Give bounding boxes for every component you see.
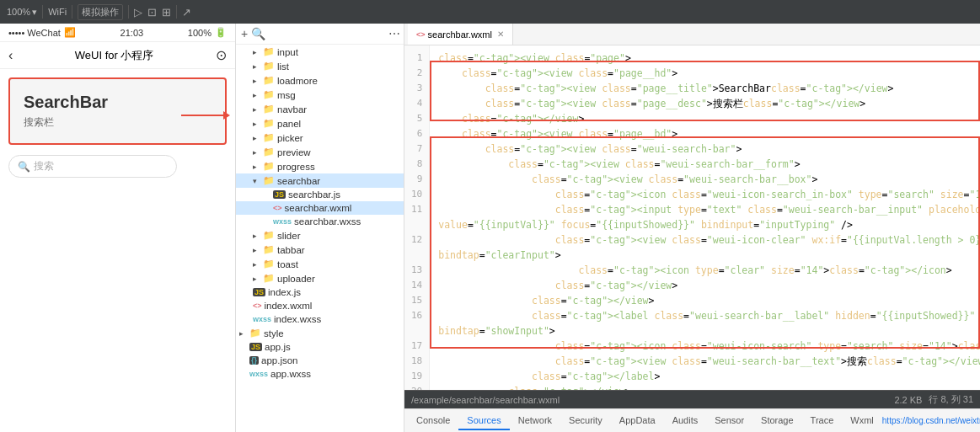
- tree-search-btn[interactable]: 🔍: [251, 27, 265, 40]
- bottom-tab-sensor[interactable]: Sensor: [706, 412, 752, 430]
- folder-icon: 📁: [263, 75, 275, 86]
- phone-time: 21:03: [120, 28, 144, 38]
- line-number: 16: [411, 308, 422, 323]
- tree-arrow-icon: ▸: [253, 91, 261, 99]
- folder-icon: 📁: [263, 161, 275, 172]
- tree-item-label: index.wxss: [274, 314, 321, 324]
- toolbar-icon-1[interactable]: ▷: [134, 6, 142, 19]
- phone-status-bar: ••••• WeChat 📶 21:03 100% 🔋: [0, 24, 235, 42]
- tree-item-label: searchbar.wxss: [294, 216, 361, 227]
- bottom-tab-wxml[interactable]: Wxml: [842, 412, 882, 430]
- tree-filter-btn[interactable]: ⋯: [388, 27, 400, 40]
- more-button[interactable]: ⊙: [216, 47, 227, 63]
- tree-item[interactable]: ▸📁tabbar: [236, 243, 404, 257]
- bottom-tab-appdata[interactable]: AppData: [611, 412, 664, 430]
- tree-item-label: searchbar: [277, 176, 320, 186]
- tree-arrow-icon: ▸: [253, 120, 261, 128]
- tree-item[interactable]: ▸📁preview: [236, 145, 404, 159]
- tree-item[interactable]: wxssapp.wxss: [236, 367, 404, 381]
- folder-icon: 📁: [263, 244, 275, 255]
- tree-item[interactable]: ▸📁style: [236, 326, 404, 340]
- bottom-tab-console[interactable]: Console: [408, 412, 458, 430]
- tree-item[interactable]: {}app.json: [236, 354, 404, 367]
- main-area: ••••• WeChat 📶 21:03 100% 🔋 ‹ WeUI for 小…: [0, 24, 980, 432]
- tree-item-label: loadmore: [277, 76, 318, 86]
- toolbar-separator2: [72, 5, 72, 19]
- folder-icon: 📁: [263, 230, 275, 241]
- tree-item[interactable]: wxsssearchbar.wxss: [236, 215, 404, 228]
- bottom-tab-network[interactable]: Network: [510, 412, 560, 430]
- folder-icon: 📁: [263, 273, 275, 284]
- toolbar-icon-3[interactable]: ⊞: [162, 6, 171, 19]
- line-number: 8: [411, 157, 422, 172]
- tree-item[interactable]: ▸📁toast: [236, 257, 404, 271]
- tree-item[interactable]: ▸📁loadmore: [236, 73, 404, 88]
- line-number: 9: [411, 172, 422, 187]
- line-number: 12: [411, 232, 422, 248]
- tree-item[interactable]: JSapp.js: [236, 340, 404, 354]
- tree-item[interactable]: ▸📁uploader: [236, 271, 404, 285]
- bottom-tab-sources[interactable]: Sources: [458, 412, 509, 430]
- wifi-icon: 📶: [64, 27, 76, 38]
- code-tab-active[interactable]: <> searchbar.wxml ✕: [408, 24, 513, 45]
- code-line: class="c-tag"></label>: [438, 369, 972, 384]
- js-file-icon: JS: [253, 288, 265, 296]
- code-line: class="c-tag"><view class="weui-search-b…: [438, 172, 972, 187]
- bottom-tab-storage[interactable]: Storage: [752, 412, 802, 430]
- tree-item[interactable]: ▸📁navbar: [236, 102, 404, 116]
- code-line: class="c-tag"><view class="weui-search-b…: [438, 141, 972, 157]
- bottom-tab-security[interactable]: Security: [560, 412, 611, 430]
- phone-status-right: 100% 🔋: [188, 27, 227, 38]
- tree-item[interactable]: ▾📁searchbar: [236, 173, 404, 188]
- toolbar-separator4: [176, 5, 177, 19]
- tree-item-label: searchbar.wxml: [285, 203, 352, 213]
- tree-add-btn[interactable]: +: [241, 27, 248, 40]
- tree-arrow-icon: ▸: [253, 246, 261, 254]
- code-editor-area[interactable]: 123456789101112131415161718192021 class=…: [404, 45, 980, 390]
- tree-item[interactable]: ▸📁slider: [236, 228, 404, 243]
- bottom-tab-audits[interactable]: Audits: [664, 412, 707, 430]
- tree-item-label: app.wxss: [270, 369, 311, 379]
- line-number: 5: [411, 111, 422, 126]
- code-line: class="c-tag"><icon type="clear" size="1…: [438, 263, 972, 278]
- code-line: class="c-tag"><view class="weui-search-b…: [438, 157, 972, 172]
- js-file-icon: JS: [249, 343, 262, 351]
- mode-selector[interactable]: 模拟操作: [78, 4, 123, 20]
- wifi-label: WiFi: [48, 7, 67, 17]
- tree-item[interactable]: <>searchbar.wxml: [236, 201, 404, 215]
- code-line: class="c-tag"><view class="weui-icon-cle…: [438, 232, 972, 248]
- code-line: class="c-tag"><view class="page__hd">: [438, 66, 972, 81]
- phone-status-left: ••••• WeChat 📶: [8, 27, 76, 38]
- toolbar-icon-2[interactable]: ⊡: [147, 6, 157, 19]
- tree-item[interactable]: JSindex.js: [236, 285, 404, 299]
- tree-item[interactable]: ▸📁picker: [236, 131, 404, 145]
- line-number: 4: [411, 96, 422, 111]
- tree-item[interactable]: wxssindex.wxss: [236, 312, 404, 326]
- tree-item[interactable]: JSsearchbar.js: [236, 188, 404, 201]
- code-line: class="c-tag"></view>: [438, 384, 972, 390]
- top-toolbar: 100% ▾ WiFi 模拟操作 ▷ ⊡ ⊞ ↗: [0, 0, 980, 24]
- tree-item-label: input: [277, 47, 298, 57]
- bottom-tab-trace[interactable]: Trace: [802, 412, 843, 430]
- tree-arrow-icon: ▸: [253, 232, 261, 240]
- tree-item[interactable]: ▸📁progress: [236, 159, 404, 173]
- toolbar-icon-4[interactable]: ↗: [182, 6, 191, 19]
- tree-search-input[interactable]: [269, 29, 385, 39]
- line-number: 6: [411, 126, 422, 141]
- tree-arrow-icon: ▸: [253, 134, 261, 142]
- tree-item-label: style: [264, 328, 284, 339]
- tree-arrow-icon: ▸: [253, 163, 261, 171]
- line-number: 7: [411, 141, 422, 157]
- tab-close-btn[interactable]: ✕: [497, 29, 504, 39]
- toolbar-left: 100% ▾ WiFi 模拟操作 ▷ ⊡ ⊞ ↗: [7, 4, 191, 20]
- tree-item[interactable]: ▸📁panel: [236, 116, 404, 131]
- code-line: class="c-tag"><view class="page__bd">: [438, 126, 972, 141]
- search-input-preview: 🔍 搜索: [8, 155, 177, 178]
- tree-item[interactable]: ▸📁list: [236, 59, 404, 73]
- code-content[interactable]: class="c-tag"><view class="page"> class=…: [430, 45, 980, 390]
- code-line: class="c-tag"><label class="weui-search-…: [438, 308, 972, 323]
- tree-item[interactable]: ▸📁input: [236, 45, 404, 59]
- tree-item[interactable]: <>index.wxml: [236, 299, 404, 312]
- annotation-arrow: [181, 111, 230, 120]
- tree-item[interactable]: ▸📁msg: [236, 88, 404, 102]
